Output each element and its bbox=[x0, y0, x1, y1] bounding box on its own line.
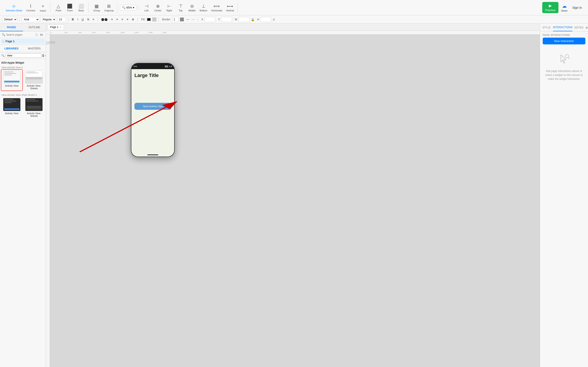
lib-search-clear-button[interactable]: ✕ bbox=[42, 54, 44, 57]
pages-search-input[interactable] bbox=[6, 33, 34, 36]
h-label: H bbox=[257, 18, 259, 21]
pages-toolbar: 🔍 □ 🗁 bbox=[0, 32, 46, 38]
lib-item-activity-view[interactable]: Activity View bbox=[1, 70, 22, 91]
style-select[interactable]: Default bbox=[2, 17, 17, 22]
align-left-text-button[interactable]: ⬤⬤ bbox=[100, 17, 109, 21]
zoom-group: 🔍 65% ▾ bbox=[118, 5, 138, 10]
preview-button[interactable]: ▶ Preview bbox=[542, 2, 558, 13]
lock-aspect-icon[interactable]: 🔒 bbox=[251, 18, 255, 21]
front-button[interactable]: ⬛ Front bbox=[64, 3, 75, 13]
tab-pages[interactable]: PAGES bbox=[0, 24, 23, 31]
selection-mode-button[interactable]: ⊹ Selection Mode bbox=[4, 3, 24, 13]
lib-item-thumb-activity-view bbox=[3, 70, 21, 83]
more-h-icon[interactable]: ⊕ bbox=[273, 18, 275, 21]
lib-item-label-sheets: Activity View-Sheets bbox=[25, 84, 44, 90]
font-size-input[interactable] bbox=[57, 17, 66, 22]
lib-search-input[interactable] bbox=[6, 53, 41, 58]
italic-button[interactable]: I bbox=[76, 17, 79, 21]
point-button[interactable]: △ Point bbox=[53, 3, 64, 13]
open-activity-view-button[interactable]: Open Activity View bbox=[134, 103, 171, 110]
share-icon: ☁ bbox=[562, 3, 567, 9]
middle-align-button[interactable]: ⊖ Middle bbox=[187, 3, 197, 13]
lib-add-button[interactable]: + bbox=[45, 54, 46, 57]
center-align-icon: ⊕ bbox=[156, 3, 160, 9]
tab-outline[interactable]: OUTLINE bbox=[23, 24, 46, 31]
border-value-input[interactable] bbox=[172, 17, 179, 22]
back-button[interactable]: ⬜ Back bbox=[76, 3, 87, 13]
sign-in-button[interactable]: Sign In bbox=[570, 5, 584, 10]
align-right-text-button[interactable]: ≡ bbox=[115, 17, 119, 21]
lib-items-grid-2: Activity View bbox=[1, 97, 44, 118]
folder-button[interactable]: 🗁 bbox=[39, 32, 44, 37]
distribute-v-button[interactable]: ⟷ Vertical bbox=[224, 3, 236, 13]
strikethrough-button[interactable]: S bbox=[86, 17, 90, 21]
h-input[interactable] bbox=[260, 17, 271, 22]
lib-item-thumb-sheets bbox=[25, 70, 43, 83]
border-solid-button[interactable]: — bbox=[185, 17, 190, 21]
tool-group-align: ⊣ Left ⊕ Center ⊢ Right ⊤ Top ⊖ Middle ⊥… bbox=[139, 3, 238, 13]
connect-button[interactable]: ⌇ Connect bbox=[25, 3, 37, 13]
fill-color-swatch[interactable] bbox=[152, 17, 156, 21]
right-panel: STYLE INTERACTIONS NOTES ⊕ PAGE INTERACT… bbox=[540, 24, 588, 367]
right-align-button[interactable]: ⊢ Right bbox=[164, 3, 175, 13]
top-align-button[interactable]: ⊤ Top bbox=[175, 3, 186, 13]
lib-item-activity-view-sheets[interactable]: Activity View-Sheets bbox=[24, 70, 45, 91]
left-align-button[interactable]: ⊣ Left bbox=[141, 3, 152, 13]
weight-select[interactable]: Regular bbox=[41, 17, 56, 22]
valign-button[interactable]: ≡ bbox=[125, 17, 129, 21]
tab-interactions[interactable]: INTERACTIONS bbox=[553, 24, 572, 31]
canvas-scroll[interactable]: 200 400 600 800 1000 1200 bbox=[46, 34, 540, 367]
link-button[interactable]: ⊕ bbox=[131, 17, 135, 21]
bottom-align-icon: ⊥ bbox=[202, 3, 205, 9]
lib-category-view-activity[interactable]: View-Activity View ▾ bbox=[1, 65, 44, 70]
ruler-200: 200 bbox=[64, 33, 78, 34]
lib-category-view-activity-dark[interactable]: View-Activity View (Dark Mode) ▾ bbox=[1, 92, 44, 97]
tab-masters[interactable]: MASTERS bbox=[23, 45, 46, 52]
ungroup-icon: ⊞ bbox=[107, 3, 111, 9]
tab-libraries[interactable]: LIBRARIES bbox=[0, 45, 23, 52]
justify-text-button[interactable]: ≡ bbox=[120, 17, 124, 21]
w-input[interactable] bbox=[239, 17, 250, 22]
list-button[interactable]: ≡ bbox=[92, 17, 95, 21]
distribute-h-icon: ⟺ bbox=[213, 3, 220, 9]
format-sep-6 bbox=[198, 17, 198, 22]
lib-search-icon: 🔍 bbox=[1, 54, 5, 57]
distribute-h-button[interactable]: ⟺ Horizontal bbox=[210, 3, 224, 13]
share-button[interactable]: ☁ Share bbox=[561, 3, 567, 12]
bottom-align-button[interactable]: ⊥ Bottom bbox=[198, 3, 209, 13]
zoom-selector[interactable]: 🔍 65% ▾ bbox=[120, 5, 136, 10]
border-dashed-button[interactable]: - - bbox=[191, 17, 196, 21]
right-align-icon: ⊢ bbox=[168, 3, 171, 9]
phone-notch bbox=[145, 63, 161, 68]
font-select[interactable]: Arial bbox=[22, 17, 39, 22]
ungroup-button[interactable]: ⊞ Ungroup bbox=[103, 3, 115, 13]
x-input[interactable] bbox=[205, 17, 215, 22]
border-color-swatch[interactable] bbox=[180, 17, 184, 21]
lib-item-activity-view-sheets-dark[interactable]: Activity View-Sheets bbox=[24, 97, 45, 118]
tab-notes[interactable]: NOTES bbox=[572, 24, 585, 31]
align-center-text-button[interactable]: ≡ bbox=[110, 17, 114, 21]
rp-empty-text: Add page interactions above or select a … bbox=[545, 69, 584, 81]
cursor-icon bbox=[559, 54, 570, 67]
group-button[interactable]: ▦ Group bbox=[91, 3, 102, 13]
canvas-area: Page 1 ✕ 0 200 400 600 800 1000 1200 140… bbox=[46, 24, 540, 367]
ruler-horizontal: 0 200 400 600 800 1000 1200 1400 1600 bbox=[46, 31, 540, 34]
canvas-tab-close-icon[interactable]: ✕ bbox=[60, 26, 61, 28]
lib-item-activity-view-dark[interactable]: Activity View bbox=[1, 97, 22, 118]
center-align-button[interactable]: ⊕ Center bbox=[152, 3, 163, 13]
underline-button[interactable]: U bbox=[81, 17, 85, 21]
new-interaction-button[interactable]: New Interaction bbox=[543, 38, 585, 44]
insert-button[interactable]: ＋ Insert bbox=[37, 2, 48, 13]
red-arrow bbox=[54, 34, 540, 188]
fill-color-picker[interactable] bbox=[147, 17, 151, 22]
add-page-button[interactable]: □ bbox=[35, 32, 38, 37]
rp-page-action-button[interactable]: ⊕ bbox=[585, 24, 588, 31]
tab-style[interactable]: STYLE bbox=[540, 24, 553, 31]
canvas-content: 9:41 ▌▌▌ )))) ▮ Large Title Open Ac bbox=[50, 34, 540, 367]
bold-button[interactable]: B bbox=[71, 17, 75, 21]
page-item-page1[interactable]: □ Page 1 bbox=[1, 39, 45, 44]
phone-screen: 9:41 ▌▌▌ )))) ▮ Large Title Open Ac bbox=[131, 63, 174, 157]
canvas-tab-page1[interactable]: Page 1 ✕ bbox=[48, 25, 64, 30]
format-sep-2 bbox=[68, 17, 68, 22]
y-input[interactable] bbox=[221, 17, 232, 22]
